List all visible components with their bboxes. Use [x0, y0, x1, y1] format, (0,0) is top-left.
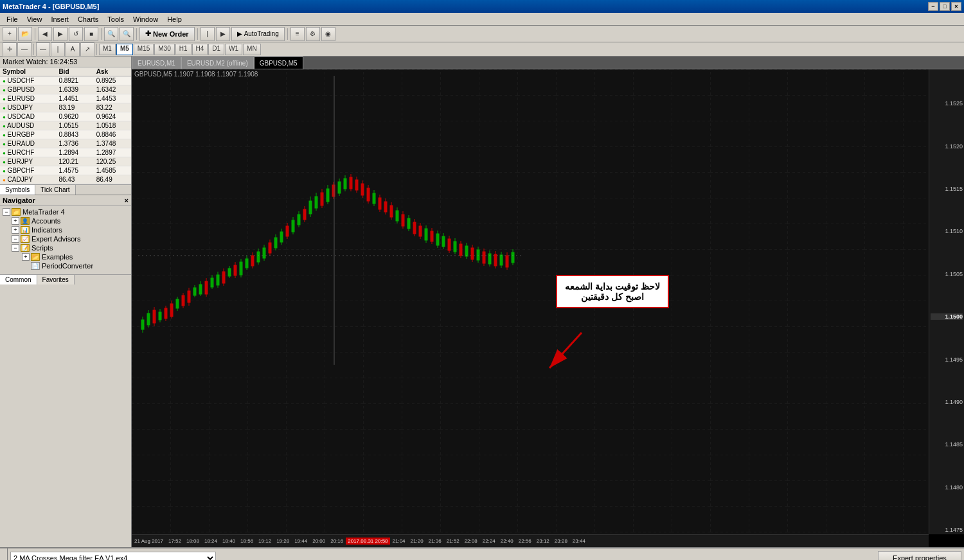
autotrading-button[interactable]: ▶ AutoTrading [231, 27, 285, 41]
nav-period-converter[interactable]: 📄 PeriodConverter [1, 261, 130, 270]
period-w1[interactable]: W1 [225, 44, 242, 55]
mw-bid: 0.8921 [56, 76, 93, 85]
left-panel: Market Watch: 16:24:53 Symbol Bid Ask ● … [0, 57, 132, 547]
menu-charts[interactable]: Charts [74, 14, 102, 24]
nav-indicators[interactable]: + 📊 Indicators [1, 225, 130, 234]
expand-ea-icon[interactable]: − [12, 235, 19, 243]
nav-examples[interactable]: + 📂 Examples [1, 252, 130, 261]
period-m15[interactable]: M15 [134, 44, 154, 55]
sep3 [136, 28, 137, 40]
toolbar-refresh[interactable]: ↺ [69, 27, 83, 41]
sep6 [33, 44, 34, 55]
time-2104: 21:04 [390, 538, 408, 544]
time-highlight: 2017.08.31 20:58 [346, 538, 389, 545]
mw-ask: 86.49 [94, 175, 131, 184]
toolbar-line[interactable]: — [17, 42, 31, 57]
toolbar-misc3[interactable]: ◉ [321, 27, 335, 41]
mw-bid: 1.3736 [56, 139, 93, 148]
menu-insert[interactable]: Insert [47, 14, 73, 24]
toolbar-new[interactable]: + [3, 27, 17, 41]
mw-bid: 1.4451 [56, 94, 93, 103]
tab-tick-chart[interactable]: Tick Chart [35, 185, 75, 195]
mw-bid: 1.4575 [56, 166, 93, 175]
menu-help[interactable]: Help [163, 14, 186, 24]
expand-examples-icon[interactable]: + [22, 253, 30, 261]
expand-accounts-icon[interactable]: + [12, 217, 19, 225]
toolbar-zoomin[interactable]: 🔍 [104, 27, 118, 41]
toolbar-text[interactable]: A [66, 42, 80, 57]
time-2136: 21:36 [426, 538, 444, 544]
indicators-folder-icon: 📊 [21, 226, 30, 234]
minimize-button[interactable]: − [928, 2, 938, 11]
toolbar-misc1[interactable]: ≡ [290, 27, 305, 41]
toolbar-crosshair[interactable]: ✛ [3, 42, 17, 57]
expand-scripts-icon[interactable]: − [12, 244, 19, 252]
price-1475: 1.1475 [931, 527, 963, 533]
toolbar-hline[interactable]: — [36, 42, 50, 57]
period-m30[interactable]: M30 [154, 44, 174, 55]
menu-window[interactable]: Window [129, 14, 162, 24]
chart-tab-gbpusd-m5[interactable]: GBPUSD,M5 [254, 57, 303, 69]
menu-tools[interactable]: Tools [103, 14, 128, 24]
mw-bid: 120.21 [56, 157, 93, 166]
price-1510: 1.1510 [931, 228, 963, 234]
chart-tab-eurusd-m1[interactable]: EURUSD,M1 [132, 57, 181, 69]
mw-symbol: ● USDJPY [0, 103, 56, 112]
time-2328: 23:28 [552, 538, 570, 544]
period-m5[interactable]: M5 [116, 44, 133, 55]
period-mn[interactable]: MN [243, 44, 261, 55]
time-1752: 17:52 [166, 538, 184, 544]
toolbar-zoomout[interactable]: 🔍 [120, 27, 134, 41]
navigator-close-icon[interactable]: × [125, 197, 129, 204]
toolbar-open[interactable]: 📂 [18, 27, 32, 41]
nav-scripts[interactable]: − 📝 Scripts [1, 243, 130, 252]
mw-bid: 1.6339 [56, 85, 93, 94]
mw-symbol: ● EURCHF [0, 148, 56, 157]
chart-title: GBPUSD,M5 1.1907 1.1908 1.1907 1.1908 [134, 71, 258, 78]
chart-tab-eurusd-m2[interactable]: EURUSD,M2 (offline) [181, 57, 254, 69]
strategy-tester-vertical-tab[interactable]: S [0, 548, 8, 560]
mw-bid: 83.19 [56, 103, 93, 112]
col-ask: Ask [94, 67, 131, 76]
sep7 [96, 44, 97, 55]
tab-symbols[interactable]: Symbols [0, 185, 35, 195]
time-1808: 18:08 [184, 538, 202, 544]
period-m1[interactable]: M1 [99, 44, 116, 55]
scripts-folder-icon: 📝 [21, 244, 30, 252]
toolbar-back[interactable]: ◀ [38, 27, 52, 41]
expand-indicators-icon[interactable]: + [12, 226, 19, 234]
nav-tab-common[interactable]: Common [0, 275, 37, 284]
time-2016: 20:16 [328, 538, 346, 544]
toolbar-arrow[interactable]: ↗ [80, 42, 94, 57]
ea-select[interactable]: 2 MA Crosses Mega filter EA V1.ex4 [10, 552, 216, 560]
mw-ask: 0.8925 [94, 76, 131, 85]
maximize-button[interactable]: □ [940, 2, 950, 11]
time-2256: 22:56 [516, 538, 534, 544]
toolbar-autotrading[interactable]: ▶ [216, 27, 230, 41]
new-order-button[interactable]: ✚ New Order [139, 27, 195, 41]
menu-view[interactable]: View [23, 14, 46, 24]
toolbar-misc2[interactable]: ⚙ [306, 27, 320, 41]
time-2208: 22:08 [462, 538, 480, 544]
expert-properties-button[interactable]: Expert properties [878, 551, 961, 560]
navigator-title: Navigator [3, 197, 35, 204]
toolbar-stop[interactable]: ■ [84, 27, 98, 41]
period-d1[interactable]: D1 [208, 44, 224, 55]
toolbar-chart-bar[interactable]: | [201, 27, 215, 41]
toolbar-forward[interactable]: ▶ [53, 27, 67, 41]
toolbar-vline[interactable]: | [51, 42, 65, 57]
time-aug21: 21 Aug 2017 [132, 538, 166, 544]
period-h1[interactable]: H1 [175, 44, 192, 55]
price-1485: 1.1485 [931, 441, 963, 448]
nav-expert-advisors[interactable]: − 📈 Expert Advisors [1, 234, 130, 243]
nav-metatrader4[interactable]: − 📁 MetaTrader 4 [1, 207, 130, 216]
nav-tab-favorites[interactable]: Favorites [37, 275, 75, 284]
period-h4[interactable]: H4 [192, 44, 208, 55]
time-2344: 23:44 [570, 538, 588, 544]
period-converter-label: PeriodConverter [42, 262, 93, 270]
expand-icon[interactable]: − [3, 208, 10, 216]
mw-symbol: ● USDCAD [0, 112, 56, 121]
close-button[interactable]: × [951, 2, 961, 11]
nav-accounts[interactable]: + 👤 Accounts [1, 216, 130, 225]
menu-file[interactable]: File [3, 14, 22, 24]
